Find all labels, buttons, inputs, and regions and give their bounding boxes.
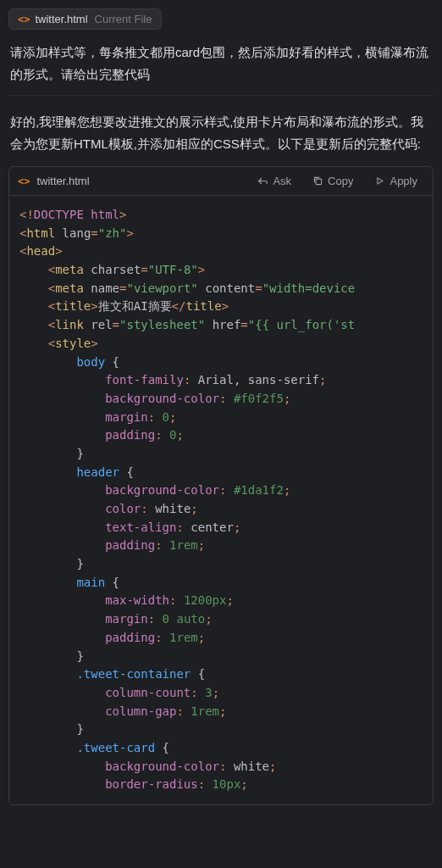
file-chip-row: <> twitter.html Current File xyxy=(8,8,434,30)
user-message: 请添加样式等，每条推文都用card包围，然后添加好看的样式，横铺瀑布流的形式。请… xyxy=(8,36,434,96)
apply-button[interactable]: Apply xyxy=(367,172,424,190)
html-file-icon: <> xyxy=(18,14,30,25)
apply-label: Apply xyxy=(390,175,417,187)
play-icon xyxy=(373,175,385,187)
assistant-message: 好的,我理解您想要改进推文的展示样式,使用卡片布局和瀑布流的形式。我会为您更新H… xyxy=(8,111,434,166)
html-file-icon: <> xyxy=(18,175,30,187)
file-chip[interactable]: <> twitter.html Current File xyxy=(8,8,162,30)
code-body[interactable]: <!DOCTYPE html> <html lang="zh"> <head> … xyxy=(9,196,433,804)
code-header: <> twitter.html Ask Copy Apply xyxy=(9,167,433,196)
file-chip-name: twitter.html xyxy=(35,13,87,25)
copy-button[interactable]: Copy xyxy=(305,172,360,190)
ask-label: Ask xyxy=(273,175,291,187)
code-filename: twitter.html xyxy=(36,175,89,187)
copy-icon xyxy=(312,175,323,187)
code-block: <> twitter.html Ask Copy Apply xyxy=(8,166,434,805)
svg-rect-0 xyxy=(316,179,322,185)
copy-label: Copy xyxy=(328,175,353,187)
file-chip-subtitle: Current File xyxy=(95,13,152,25)
ask-button[interactable]: Ask xyxy=(250,172,298,190)
undo-arrow-icon xyxy=(257,175,268,187)
